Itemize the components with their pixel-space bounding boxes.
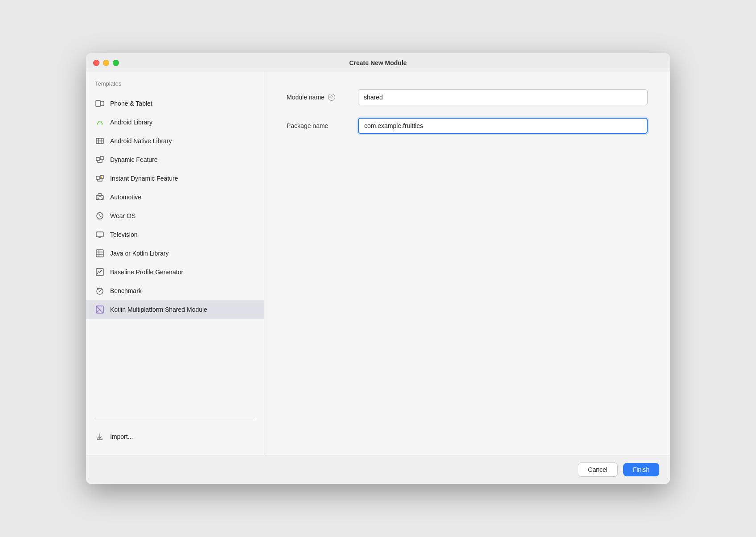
automotive-icon [95, 192, 105, 202]
window-title: Create New Module [349, 59, 407, 66]
sidebar-item-label-wear-os: Wear OS [110, 212, 136, 219]
sidebar-item-wear-os[interactable]: Wear OS [86, 207, 264, 225]
dynamic-feature-icon [95, 155, 105, 165]
sidebar-item-instant-dynamic-feature[interactable]: Instant Dynamic Feature [86, 169, 264, 188]
sidebar-item-android-library[interactable]: Android Library [86, 113, 264, 132]
minimize-button[interactable] [103, 60, 109, 66]
sidebar-item-label-import: Import... [110, 433, 133, 440]
svg-point-12 [97, 198, 99, 200]
sidebar-label: Templates [86, 80, 264, 94]
kotlin-multiplatform-icon [95, 305, 105, 314]
sidebar-item-label-instant-dynamic: Instant Dynamic Feature [110, 175, 178, 182]
benchmark-icon [95, 286, 105, 296]
package-name-label: Package name [287, 122, 358, 129]
sidebar-item-automotive[interactable]: Automotive [86, 188, 264, 207]
svg-rect-16 [99, 212, 101, 213]
sidebar-item-phone-tablet[interactable]: Phone & Tablet [86, 94, 264, 113]
sidebar-item-label-java-kotlin: Java or Kotlin Library [110, 250, 169, 257]
television-icon [95, 230, 105, 240]
android-native-library-icon [95, 136, 105, 146]
titlebar: Create New Module [86, 53, 670, 71]
sidebar: Templates Phone & Tablet Android Library [86, 71, 264, 455]
module-name-row: Module name ? [287, 89, 648, 105]
sidebar-item-label-benchmark: Benchmark [110, 287, 142, 294]
phone-tablet-icon [95, 99, 105, 108]
sidebar-item-label-television: Television [110, 231, 137, 238]
java-kotlin-library-icon [95, 248, 105, 258]
wear-os-icon [95, 211, 105, 221]
sidebar-item-kotlin-multiplatform[interactable]: Kotlin Multiplatform Shared Module [86, 300, 264, 319]
svg-rect-23 [96, 250, 103, 257]
svg-line-34 [96, 310, 100, 313]
instant-dynamic-feature-icon [95, 173, 105, 183]
module-name-help-icon[interactable]: ? [328, 94, 335, 101]
sidebar-item-benchmark[interactable]: Benchmark [86, 281, 264, 300]
dialog-window: Create New Module Templates Phone & Tabl… [86, 53, 670, 484]
sidebar-items-list: Phone & Tablet Android Library Android N… [86, 94, 264, 413]
import-icon [95, 432, 105, 442]
finish-button[interactable]: Finish [623, 463, 659, 476]
sidebar-item-baseline-profile[interactable]: Baseline Profile Generator [86, 263, 264, 281]
sidebar-item-label-phone-tablet: Phone & Tablet [110, 100, 152, 107]
sidebar-item-label-automotive: Automotive [110, 194, 141, 201]
sidebar-item-dynamic-feature[interactable]: Dynamic Feature [86, 150, 264, 169]
svg-line-19 [100, 216, 101, 217]
close-button[interactable] [93, 60, 99, 66]
sidebar-item-label-kotlin-multiplatform: Kotlin Multiplatform Shared Module [110, 306, 207, 313]
sidebar-bottom: Import... [86, 427, 264, 446]
window-controls [93, 60, 119, 66]
svg-point-3 [102, 124, 103, 125]
sidebar-item-label-android-library: Android Library [110, 119, 152, 126]
sidebar-item-label-dynamic-feature: Dynamic Feature [110, 156, 158, 163]
sidebar-item-android-native-library[interactable]: Android Native Library [86, 132, 264, 150]
svg-rect-1 [101, 101, 104, 106]
module-name-label: Module name ? [287, 94, 358, 101]
dialog-footer: Cancel Finish [86, 455, 670, 484]
svg-point-30 [99, 291, 100, 292]
package-name-row: Package name [287, 118, 648, 134]
svg-point-2 [97, 124, 99, 125]
svg-rect-0 [96, 100, 100, 107]
package-name-input[interactable] [358, 118, 648, 134]
android-library-icon [95, 117, 105, 127]
sidebar-item-java-kotlin-library[interactable]: Java or Kotlin Library [86, 244, 264, 263]
form-area: Module name ? Package name [264, 71, 670, 455]
svg-point-13 [101, 198, 103, 200]
main-content: Templates Phone & Tablet Android Library [86, 71, 670, 455]
sidebar-item-label-android-native: Android Native Library [110, 137, 172, 145]
sidebar-item-import[interactable]: Import... [86, 427, 264, 446]
maximize-button[interactable] [113, 60, 119, 66]
cancel-button[interactable]: Cancel [578, 463, 618, 477]
baseline-profile-icon [95, 267, 105, 277]
module-name-input[interactable] [358, 89, 648, 105]
sidebar-item-label-baseline-profile: Baseline Profile Generator [110, 268, 183, 276]
svg-rect-20 [96, 232, 103, 237]
sidebar-item-television[interactable]: Television [86, 225, 264, 244]
svg-rect-17 [99, 219, 101, 219]
sidebar-divider [95, 420, 255, 420]
